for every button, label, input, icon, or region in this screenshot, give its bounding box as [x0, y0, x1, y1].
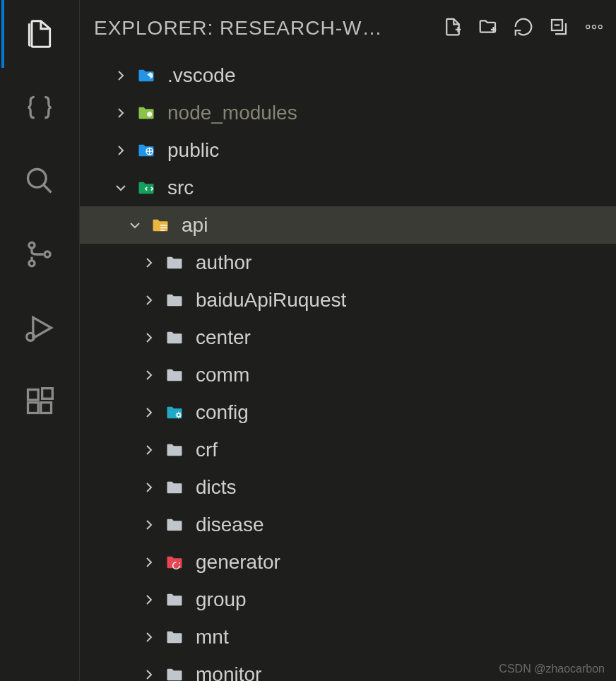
refresh-icon[interactable] — [513, 16, 534, 40]
tree-item-label: .vscode — [167, 64, 236, 87]
tree-item-label: author — [196, 251, 251, 274]
svg-rect-7 — [41, 403, 52, 413]
tree-item-.vscode[interactable]: .vscode — [80, 57, 616, 94]
chevron-down-icon[interactable] — [124, 214, 146, 237]
tree-item-generator[interactable]: generator — [80, 543, 616, 581]
svg-rect-5 — [28, 390, 39, 401]
activity-bar — [0, 0, 79, 681]
folder-icon — [163, 439, 186, 461]
svg-point-12 — [598, 25, 602, 29]
chevron-right-icon[interactable] — [138, 401, 160, 424]
svg-point-1 — [29, 242, 35, 248]
chevron-right-icon[interactable] — [109, 64, 132, 87]
chevron-right-icon[interactable] — [138, 514, 160, 536]
chevron-right-icon[interactable] — [109, 102, 132, 124]
explorer-panel: EXPLORER: RESEARCH-W… .vscodenode_module… — [79, 0, 616, 681]
chevron-down-icon[interactable] — [109, 177, 132, 199]
tree-item-label: node_modules — [167, 102, 297, 124]
new-folder-icon[interactable] — [478, 16, 499, 40]
chevron-right-icon[interactable] — [138, 663, 160, 682]
tree-item-label: monitor — [196, 663, 261, 682]
collapse-all-icon[interactable] — [548, 16, 569, 40]
svg-point-2 — [29, 261, 35, 266]
tree-item-label: dicts — [196, 476, 237, 499]
folder-icon — [163, 663, 186, 682]
chevron-right-icon[interactable] — [138, 251, 160, 274]
chevron-right-icon[interactable] — [138, 626, 160, 649]
svg-point-3 — [45, 251, 50, 257]
folder-icon — [163, 626, 186, 649]
folder-icon — [163, 588, 186, 611]
folder-icon — [149, 214, 172, 237]
tree-item-label: group — [196, 588, 247, 611]
folder-icon — [163, 251, 186, 274]
chevron-right-icon[interactable] — [138, 588, 160, 611]
panel-header-actions — [442, 16, 605, 40]
tree-item-label: baiduApiRuquest — [196, 289, 346, 312]
tree-item-comm[interactable]: comm — [80, 356, 616, 393]
svg-rect-8 — [42, 389, 53, 399]
watermark-text: CSDN @zhaocarbon — [499, 663, 605, 675]
tree-item-center[interactable]: center — [80, 319, 616, 356]
chevron-right-icon[interactable] — [138, 326, 160, 349]
new-file-icon[interactable] — [442, 16, 463, 40]
panel-title: EXPLORER: RESEARCH-W… — [94, 17, 434, 40]
svg-rect-6 — [28, 403, 39, 413]
tree-item-label: public — [167, 139, 219, 162]
tree-item-baiduApiRuquest[interactable]: baiduApiRuquest — [80, 281, 616, 319]
chevron-right-icon[interactable] — [138, 364, 160, 386]
folder-icon — [135, 102, 158, 124]
svg-point-11 — [593, 25, 596, 29]
folder-icon — [163, 326, 186, 349]
folder-icon — [135, 177, 158, 199]
tree-item-label: disease — [196, 514, 264, 536]
tree-item-label: src — [167, 177, 194, 199]
tree-item-label: center — [196, 326, 251, 349]
tree-item-crf[interactable]: crf — [80, 431, 616, 468]
tree-item-src[interactable]: src — [80, 169, 616, 206]
activity-json-braces-icon[interactable] — [18, 86, 61, 129]
tree-item-dicts[interactable]: dicts — [80, 468, 616, 506]
tree-item-label: comm — [196, 364, 249, 386]
activity-source-control-icon[interactable] — [18, 233, 61, 276]
tree-item-label: config — [196, 401, 249, 424]
tree-item-api[interactable]: api — [80, 206, 616, 244]
activity-run-debug-icon[interactable] — [18, 307, 61, 349]
chevron-right-icon[interactable] — [138, 551, 160, 574]
activity-search-icon[interactable] — [18, 160, 61, 202]
tree-item-label: api — [182, 214, 208, 237]
folder-icon — [163, 551, 186, 574]
more-icon[interactable] — [584, 16, 605, 40]
folder-icon — [163, 401, 186, 424]
tree-item-config[interactable]: config — [80, 393, 616, 431]
file-tree[interactable]: .vscodenode_modulespublicsrcapiauthorbai… — [80, 57, 616, 681]
svg-point-0 — [28, 170, 47, 188]
activity-extensions-icon[interactable] — [18, 380, 61, 422]
folder-icon — [163, 289, 186, 312]
tree-item-author[interactable]: author — [80, 244, 616, 281]
svg-point-10 — [586, 25, 590, 29]
tree-item-public[interactable]: public — [80, 131, 616, 169]
tree-item-disease[interactable]: disease — [80, 506, 616, 543]
panel-header: EXPLORER: RESEARCH-W… — [80, 0, 616, 57]
chevron-right-icon[interactable] — [138, 289, 160, 312]
chevron-right-icon[interactable] — [138, 439, 160, 461]
tree-item-mnt[interactable]: mnt — [80, 618, 616, 656]
chevron-right-icon[interactable] — [109, 139, 132, 162]
tree-item-node_modules[interactable]: node_modules — [80, 94, 616, 131]
folder-icon — [163, 514, 186, 536]
activity-explorer-icon[interactable] — [18, 13, 61, 55]
tree-item-label: mnt — [196, 626, 229, 649]
folder-icon — [163, 476, 186, 499]
chevron-right-icon[interactable] — [138, 476, 160, 499]
folder-icon — [135, 64, 158, 87]
folder-icon — [135, 139, 158, 162]
tree-item-label: crf — [196, 439, 218, 461]
tree-item-label: generator — [196, 551, 280, 574]
folder-icon — [163, 364, 186, 386]
tree-item-group[interactable]: group — [80, 581, 616, 618]
